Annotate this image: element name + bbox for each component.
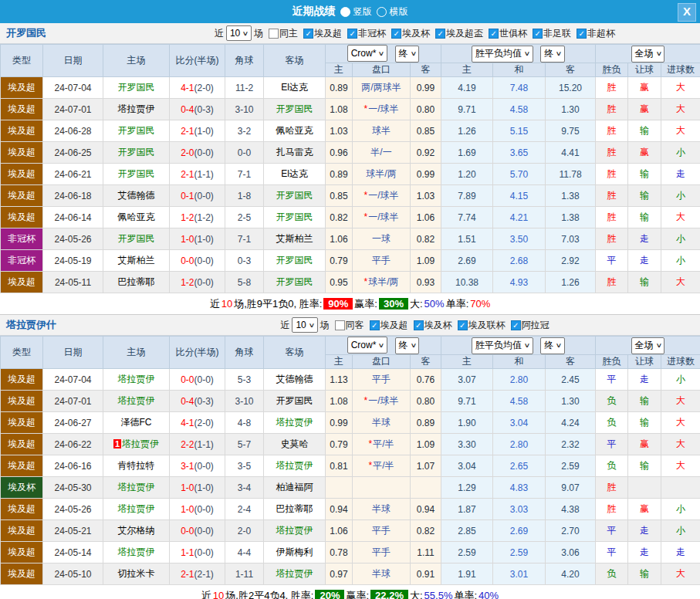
odds-state-select[interactable]: 终∨ <box>395 46 420 63</box>
same-venue-checkbox[interactable] <box>335 320 345 330</box>
league-filter: ✓埃及联杯 <box>452 319 506 332</box>
away-team-name: 史莫哈 <box>281 438 309 449</box>
fulltime-score: 4-1 <box>181 83 194 93</box>
same-venue-checkbox[interactable] <box>269 29 279 39</box>
summary-segment: 单率: <box>446 297 469 311</box>
odds-source-select[interactable]: Crow*∨ <box>347 45 388 62</box>
avg-draw: 2.68 <box>493 250 546 272</box>
league-checkbox[interactable]: ✓ <box>347 29 357 39</box>
avg-group-header: 胜平负均值∨ 终∨ <box>441 45 596 63</box>
away-team: 开罗国民 <box>264 185 326 207</box>
odds-group-header: Crow*∨ 终∨ <box>326 45 441 63</box>
handicap: *球半/两 <box>353 272 411 293</box>
recent-matches-table-home: 类型 日期 主场 比分(半场) 角球 客场 Crow*∨ 终∨ 胜平负均值∨ 终… <box>0 44 700 293</box>
avg-state-select[interactable]: 终∨ <box>540 46 565 63</box>
result-goals: 大 <box>661 120 700 142</box>
league-checkbox[interactable]: ✓ <box>489 29 499 39</box>
league-checkbox[interactable]: ✓ <box>303 29 313 39</box>
home-odds: 0.82 <box>326 207 353 228</box>
result-wdl: 负 <box>596 563 628 585</box>
away-team-name: 伊斯梅利 <box>276 547 313 557</box>
fulltime-score: 1-2 <box>181 212 194 223</box>
match-date: 24-05-14 <box>43 542 103 563</box>
games-label: 场 <box>320 319 330 332</box>
col-home: 主场 <box>103 337 170 369</box>
summary-segment: 赢率: <box>346 589 369 599</box>
corner-count: 0-0 <box>225 142 264 164</box>
home-odds: 0.95 <box>326 272 353 293</box>
home-odds: 0.99 <box>326 412 353 434</box>
scope-select[interactable]: 全场∨ <box>631 337 665 354</box>
league-checkbox[interactable]: ✓ <box>414 320 424 330</box>
chevron-down-icon: ∨ <box>308 322 315 329</box>
result-goals: 小 <box>661 369 700 391</box>
match-type: 埃及超 <box>1 520 43 542</box>
avg-draw: 2.65 <box>493 455 546 477</box>
avg-away: 4.20 <box>546 563 596 585</box>
league-checkbox[interactable]: ✓ <box>391 29 401 39</box>
score: 0-4(0-3) <box>170 99 225 120</box>
avg-home: 1.51 <box>441 228 493 250</box>
fulltime-score: 0-4 <box>181 104 194 115</box>
avg-source-select[interactable]: 胜平负均值∨ <box>472 46 533 63</box>
home-odds: 0.79 <box>326 250 353 272</box>
handicap-star: * <box>364 395 367 406</box>
match-type: 埃及超 <box>1 412 43 434</box>
result-handicap: 输 <box>628 412 661 434</box>
layout-horizontal-radio[interactable] <box>377 7 387 17</box>
recent-count-select[interactable]: 10∨ <box>226 25 252 41</box>
result-handicap: 走 <box>628 542 661 563</box>
col-corner: 角球 <box>225 45 264 77</box>
league-checkbox[interactable]: ✓ <box>435 29 445 39</box>
match-date: 24-05-30 <box>43 477 103 499</box>
match-type: 埃及超 <box>1 455 43 477</box>
avg-away: 2.32 <box>546 434 596 455</box>
result-goals: 小 <box>661 250 700 272</box>
avg-home: 1.29 <box>441 477 493 499</box>
score: 1-2(0-0) <box>170 272 225 293</box>
away-team-name: 开罗国民 <box>276 190 313 201</box>
league-checkbox[interactable]: ✓ <box>533 29 543 39</box>
handicap: 平手 <box>353 250 411 272</box>
avg-home: 1.90 <box>441 412 493 434</box>
avg-home: 10.38 <box>441 272 493 293</box>
scope-select[interactable]: 全场∨ <box>631 46 665 63</box>
result-goals: 大 <box>661 272 700 293</box>
handicap-value: 一/球半 <box>368 212 398 222</box>
odds-source-select[interactable]: Crow*∨ <box>347 337 388 354</box>
summary-segment: 赢率: <box>354 297 377 311</box>
close-icon[interactable]: X <box>678 3 696 22</box>
result-handicap: 走 <box>628 369 661 391</box>
col-avg-draw: 和 <box>493 63 546 77</box>
summary-segment: 10 <box>221 298 232 310</box>
summary-segment: 场,胜9平1负0, 胜率: <box>234 297 322 311</box>
avg-source-select[interactable]: 胜平负均值∨ <box>472 337 533 354</box>
league-checkbox[interactable]: ✓ <box>458 320 468 330</box>
away-team-name: 佩哈亚克 <box>276 125 313 136</box>
home-team: 塔拉贾伊 <box>103 499 170 520</box>
league-label: 埃及联杯 <box>468 319 506 332</box>
odds-state-select[interactable]: 终∨ <box>395 337 420 354</box>
avg-home: 9.71 <box>441 391 493 412</box>
handicap-value: 平手 <box>372 255 391 266</box>
score: 0-0(0-0) <box>170 250 225 272</box>
score: 1-2(1-2) <box>170 207 225 228</box>
col-avg-home: 主 <box>441 63 493 77</box>
league-filters: ✓埃及超✓埃及杯✓埃及联杯✓阿拉冠 <box>364 319 550 332</box>
league-checkbox[interactable]: ✓ <box>370 320 380 330</box>
recent-count-select[interactable]: 10∨ <box>292 317 317 333</box>
avg-state-select[interactable]: 终∨ <box>540 337 565 354</box>
layout-vertical-radio[interactable] <box>340 7 350 17</box>
home-team-name: 艾斯柏兰 <box>118 255 155 266</box>
league-checkbox[interactable]: ✓ <box>511 320 521 330</box>
handicap-value: 半球 <box>372 568 391 579</box>
away-team-name: El达克 <box>281 82 308 93</box>
match-row: 埃及超24-07-04塔拉贾伊0-0(0-0)5-3艾德翰德1.13平手0.76… <box>1 369 700 391</box>
home-team: 开罗国民 <box>103 142 170 164</box>
chevron-down-icon: ∨ <box>378 50 385 57</box>
result-goals: 大 <box>661 412 700 434</box>
result-wdl: 胜 <box>596 99 628 120</box>
chevron-down-icon: ∨ <box>410 50 417 57</box>
league-checkbox[interactable]: ✓ <box>577 29 587 39</box>
result-handicap: 走 <box>628 250 661 272</box>
